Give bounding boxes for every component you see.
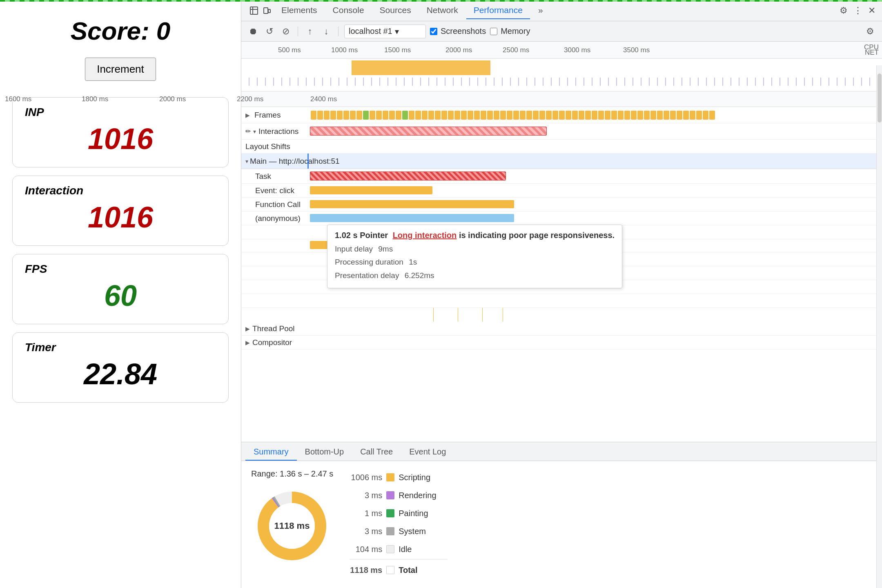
scripting-value: 1006 ms	[350, 469, 382, 486]
download-icon[interactable]: ↓	[320, 25, 332, 38]
svg-rect-0	[250, 7, 258, 14]
reload-icon[interactable]: ↺	[263, 25, 276, 38]
function-call-bar[interactable]	[310, 200, 514, 208]
frame-chip	[670, 111, 676, 120]
interaction-label: Interaction	[25, 184, 216, 197]
frames-label: Frames	[254, 111, 281, 120]
summary-left: Range: 1.36 s – 2.47 s	[251, 469, 333, 567]
interactions-label: Interactions	[258, 127, 298, 136]
frame-chip	[703, 111, 708, 120]
thread-pool-expand-icon[interactable]: ▶	[245, 325, 250, 332]
compositor-row: ▶ Compositor	[241, 336, 882, 350]
inspect-icon[interactable]	[248, 4, 260, 17]
inp-card: INP 1016	[12, 97, 229, 167]
frame-chip	[396, 111, 401, 120]
screenshots-checkbox[interactable]	[430, 28, 437, 35]
frame-chip	[422, 111, 428, 120]
idle-swatch	[386, 545, 394, 553]
frame-chip	[533, 111, 539, 120]
scrollbar[interactable]	[876, 65, 882, 588]
task-bar[interactable]	[310, 172, 506, 180]
frames-header: ▶ Frames	[245, 111, 311, 120]
task-track-row: Task	[241, 169, 882, 184]
painting-label: Painting	[399, 505, 448, 521]
compositor-expand-icon[interactable]: ▶	[245, 339, 250, 346]
tracks-area[interactable]: ▶ Frames	[241, 107, 882, 442]
tab-console[interactable]: Console	[325, 2, 372, 19]
scrollbar-thumb[interactable]	[878, 74, 882, 122]
frame-chip	[461, 111, 467, 120]
system-swatch	[386, 527, 394, 535]
tooltip-duration: 1.02 s	[335, 231, 358, 240]
memory-checkbox-group: Memory	[490, 27, 530, 36]
capture-settings-icon[interactable]: ⚙	[864, 25, 876, 38]
memory-checkbox[interactable]	[490, 28, 497, 35]
frame-chip	[657, 111, 663, 120]
frame-chip	[383, 111, 388, 120]
svg-rect-4	[268, 9, 270, 13]
main-section-header: ▾ Main — http://localhost:51	[241, 154, 882, 169]
upload-icon[interactable]: ↑	[304, 25, 316, 38]
increment-button[interactable]: Increment	[85, 58, 156, 81]
tooltip-link[interactable]: Long interaction	[393, 231, 457, 240]
svg-rect-3	[264, 8, 268, 13]
task-indent: Task	[245, 172, 315, 181]
summary-legend: 1006 ms Scripting 3 ms Rendering 1 ms Pa…	[350, 469, 448, 580]
frame-chip	[644, 111, 650, 120]
ruler-mark-5: 3000 ms	[564, 46, 590, 54]
frame-chip	[709, 111, 715, 120]
toolbar-sep2	[338, 27, 339, 36]
event-log-tab[interactable]: Event Log	[401, 444, 454, 461]
cpu-bar	[352, 60, 490, 75]
main-expand-icon[interactable]: ▾	[245, 158, 248, 165]
input-delay-label: Input delay	[335, 245, 373, 253]
donut-chart: 1118 ms	[251, 485, 333, 567]
tab-performance[interactable]: Performance	[466, 2, 530, 19]
frame-chip	[402, 111, 408, 120]
frame-chip	[474, 111, 480, 120]
frame-chip	[428, 111, 434, 120]
tab-network[interactable]: Network	[419, 2, 466, 19]
record-icon[interactable]: ⏺	[247, 25, 259, 38]
settings-icon[interactable]: ⚙	[840, 5, 848, 16]
tab-sources[interactable]: Sources	[372, 2, 419, 19]
idle-label: Idle	[399, 541, 448, 557]
event-click-bar[interactable]	[310, 186, 432, 194]
score-title: Score: 0	[71, 16, 171, 45]
tab-more[interactable]: »	[531, 2, 550, 19]
summary-tab[interactable]: Summary	[245, 444, 297, 461]
processing-label: Processing duration	[335, 258, 403, 266]
legend-row-idle: 104 ms Idle	[350, 541, 448, 557]
close-icon[interactable]: ✕	[868, 5, 875, 16]
call-tree-tab[interactable]: Call Tree	[352, 444, 401, 461]
clear-icon[interactable]: ⊘	[280, 25, 292, 38]
frame-chip	[441, 111, 447, 120]
more-options-icon[interactable]: ⋮	[853, 5, 862, 16]
legend-row-scripting: 1006 ms Scripting	[350, 469, 448, 486]
frame-chip	[350, 111, 356, 120]
tab-elements[interactable]: Elements	[274, 2, 325, 19]
tooltip-suffix: is indicating poor page responsiveness.	[459, 231, 615, 240]
frame-chip	[324, 111, 330, 120]
url-selector[interactable]: localhost #1 ▾	[344, 24, 426, 38]
url-dropdown-icon[interactable]: ▾	[395, 27, 399, 36]
tick-line2	[458, 308, 458, 322]
tooltip-input-delay: Input delay 9ms	[335, 243, 615, 256]
tick-line3	[482, 308, 483, 322]
frame-chip	[690, 111, 695, 120]
input-delay-value: 9ms	[378, 245, 393, 253]
presentation-value: 6.252ms	[405, 271, 434, 280]
anonymous-bar[interactable]	[310, 214, 514, 222]
idle-value: 104 ms	[350, 541, 382, 557]
event-click-track-row: Event: click	[241, 184, 882, 198]
pointer-bar[interactable]	[310, 127, 547, 136]
interactions-expand-icon[interactable]: ▾	[253, 128, 256, 135]
ruler-mark-1: 1000 ms	[331, 46, 358, 54]
bottom-up-tab[interactable]: Bottom-Up	[297, 444, 352, 461]
device-icon[interactable]	[261, 4, 273, 17]
frames-expand-icon[interactable]: ▶	[245, 112, 252, 118]
layout-shifts-track-row: Layout Shifts	[241, 140, 882, 154]
devtools-topbar: Elements Console Sources Network Perform…	[241, 0, 882, 21]
frame-chip	[566, 111, 571, 120]
empty-track-4	[241, 294, 882, 308]
